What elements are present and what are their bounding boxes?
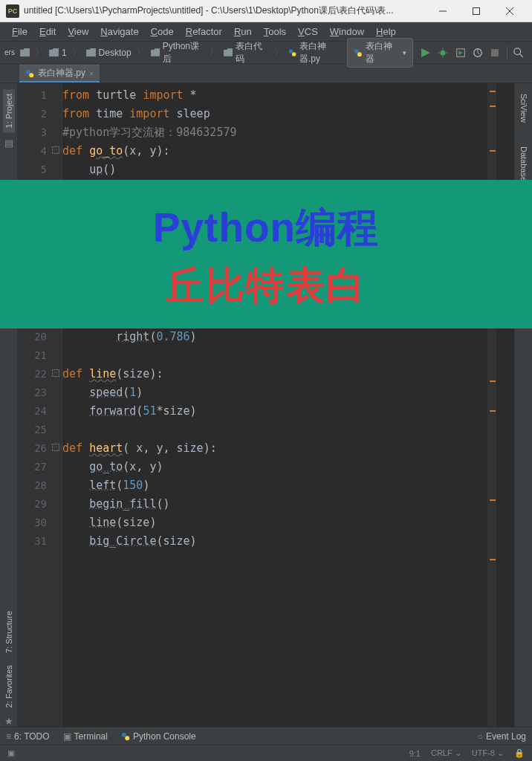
structure-tool-tab[interactable]: 7: Structure <box>3 606 15 658</box>
svg-point-20 <box>514 48 521 54</box>
code-line[interactable]: line(size) <box>62 514 514 532</box>
favorites-tool-tab[interactable]: 2: Favorites <box>3 661 15 712</box>
coverage-button[interactable] <box>452 45 468 61</box>
code-line[interactable]: speed(1) <box>62 383 514 402</box>
profile-button[interactable] <box>470 45 485 61</box>
svg-point-7 <box>357 52 362 56</box>
menu-view[interactable]: View <box>62 24 94 39</box>
python-file-icon <box>25 69 34 78</box>
breadcrumb-item[interactable]: 表白神器.py <box>285 40 347 65</box>
lock-icon[interactable]: 🔒 <box>514 748 525 758</box>
menu-vcs[interactable]: VCS <box>292 24 324 39</box>
run-config-selector[interactable]: 表白神器 ▾ <box>347 38 412 68</box>
svg-marker-8 <box>421 48 430 57</box>
code-line[interactable]: forward(51*size) <box>62 402 514 421</box>
minimize-button[interactable] <box>426 0 459 22</box>
stop-button[interactable] <box>487 45 503 61</box>
status-bar: ▣ 9:1 CRLF ⌄ UTF-8 ⌄ 🔒 <box>0 745 532 761</box>
promo-overlay: Python编程 丘比特表白 <box>0 180 532 328</box>
svg-point-23 <box>29 73 33 77</box>
svg-point-6 <box>354 48 359 53</box>
svg-rect-19 <box>491 49 499 56</box>
app-icon: PC <box>6 4 19 18</box>
svg-point-24 <box>122 732 126 736</box>
svg-point-5 <box>292 52 296 56</box>
overlay-title-2: 丘比特表白 <box>0 260 532 312</box>
fold-toggle[interactable]: − <box>52 369 59 377</box>
todo-tool-tab[interactable]: ≡6: TODO <box>6 731 50 742</box>
svg-marker-15 <box>458 51 462 54</box>
code-line[interactable]: left(150) <box>62 476 514 495</box>
svg-point-22 <box>26 69 30 74</box>
close-button[interactable] <box>493 0 526 22</box>
overlay-title-1: Python编程 <box>0 201 532 256</box>
svg-line-18 <box>478 53 480 54</box>
code-line[interactable] <box>62 346 514 365</box>
cursor-position[interactable]: 9:1 <box>409 749 421 758</box>
menu-tools[interactable]: Tools <box>258 24 292 39</box>
bottom-tool-stripe: ≡6: TODO ▣Terminal Python Console ○Event… <box>0 727 532 745</box>
menu-code[interactable]: Code <box>145 24 180 39</box>
menu-navigate[interactable]: Navigate <box>94 24 144 39</box>
editor-tabs: 表白神器.py × <box>0 64 532 83</box>
window-titlebar: PC untitled [C:\Users\1\PycharmProjects\… <box>0 0 532 22</box>
code-line[interactable]: right(0.786) <box>62 328 514 346</box>
menu-file[interactable]: File <box>6 24 33 39</box>
maximize-button[interactable] <box>459 0 493 22</box>
terminal-tool-tab[interactable]: ▣Terminal <box>63 731 108 742</box>
menu-window[interactable]: Window <box>324 24 370 39</box>
code-line[interactable]: up() <box>62 161 514 179</box>
menu-run[interactable]: Run <box>228 24 258 39</box>
menu-edit[interactable]: Edit <box>33 24 62 39</box>
star-icon: ★ <box>3 715 15 727</box>
code-line[interactable]: −def heart( x, y, size): <box>62 439 514 458</box>
svg-rect-1 <box>473 7 479 14</box>
search-button[interactable] <box>511 45 527 61</box>
editor-tab[interactable]: 表白神器.py × <box>19 65 100 82</box>
code-line[interactable]: #python学习交流裙：984632579 <box>62 123 514 142</box>
sciview-tool-tab[interactable]: SciView <box>518 89 530 127</box>
run-button[interactable] <box>418 45 434 61</box>
project-tool-tab[interactable]: 1: Project <box>3 89 15 132</box>
debug-button[interactable] <box>435 45 451 61</box>
python-icon <box>354 48 363 57</box>
menu-bar: FileEditViewNavigateCodeRefactorRunTools… <box>0 22 532 42</box>
svg-line-21 <box>520 54 523 56</box>
svg-point-9 <box>441 50 446 55</box>
navigation-bar: ers 〉1〉Desktop〉Python课后〉表白代码〉表白神器.py 表白神… <box>0 42 532 64</box>
code-line[interactable]: from time import sleep <box>62 105 514 123</box>
file-encoding[interactable]: UTF-8 ⌄ <box>472 748 504 758</box>
svg-point-25 <box>125 736 129 740</box>
svg-point-4 <box>288 49 293 54</box>
close-tab-icon[interactable]: × <box>89 69 94 78</box>
project-icon[interactable]: ▤ <box>3 137 15 149</box>
code-line[interactable]: go_to(x, y) <box>62 458 514 476</box>
event-log-button[interactable]: ○Event Log <box>478 731 526 742</box>
fold-toggle[interactable]: − <box>52 146 59 154</box>
breadcrumb-item[interactable]: 1 <box>45 48 71 58</box>
line-separator[interactable]: CRLF ⌄ <box>431 748 461 758</box>
python-console-tool-tab[interactable]: Python Console <box>121 731 196 742</box>
python-icon <box>121 732 130 741</box>
menu-help[interactable]: Help <box>370 24 402 39</box>
code-line[interactable]: −def line(size): <box>62 365 514 383</box>
code-line[interactable]: −def go_to(x, y): <box>62 142 514 161</box>
code-line[interactable]: begin_fill() <box>62 495 514 514</box>
code-line[interactable] <box>62 421 514 439</box>
menu-refactor[interactable]: Refactor <box>180 24 228 39</box>
breadcrumb-item[interactable]: Desktop <box>82 48 135 58</box>
breadcrumb-item[interactable] <box>16 48 33 56</box>
tool-window-toggle[interactable]: ▣ <box>7 748 15 758</box>
breadcrumb-item[interactable]: Python课后 <box>147 40 209 65</box>
fold-toggle[interactable]: − <box>52 444 59 451</box>
window-title: untitled [C:\Users\1\PycharmProjects\unt… <box>24 4 426 17</box>
code-line[interactable]: big_Circle(size) <box>62 532 514 551</box>
code-line[interactable]: from turtle import * <box>62 86 514 105</box>
breadcrumb-item[interactable]: 表白代码 <box>220 40 272 65</box>
